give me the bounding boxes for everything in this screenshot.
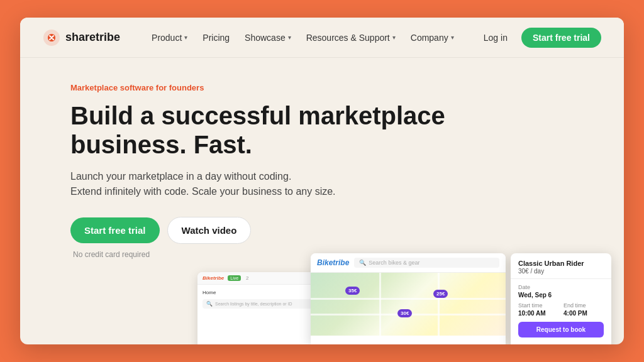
- logo-text: sharetribe: [65, 31, 120, 44]
- logo[interactable]: sharetribe: [43, 29, 120, 47]
- booking-price: 30€ / day: [518, 268, 604, 275]
- market-map: 35€ 25€ 30€: [311, 273, 506, 336]
- admin-search[interactable]: 🔍 Search listings by title, description …: [203, 299, 318, 309]
- booking-times: Start time 10:00 AM End time 4:00 PM: [518, 302, 604, 317]
- map-background: 35€ 25€ 30€: [311, 273, 506, 336]
- sharetribe-logo-icon: [43, 29, 60, 47]
- booking-start-label: Start time: [518, 302, 558, 309]
- nav-item-product[interactable]: Product ▾: [145, 29, 194, 47]
- admin-live-badge: Live: [228, 275, 241, 281]
- admin-screenshot: Biketribe Live 2 Home 🔍 Search listings …: [197, 272, 323, 344]
- admin-body: Home 🔍 Search listings by title, descrip…: [197, 285, 323, 312]
- admin-header: Biketribe Live 2: [197, 272, 323, 285]
- login-button[interactable]: Log in: [477, 29, 514, 47]
- market-header: Biketribe 🔍 Search bikes & gear: [311, 253, 506, 273]
- screenshots-container: Biketribe Live 2 Home 🔍 Search listings …: [197, 253, 611, 344]
- booking-end-value: 4:00 PM: [564, 310, 604, 317]
- map-road: [311, 298, 506, 300]
- search-icon: 🔍: [206, 301, 213, 307]
- admin-search-placeholder: Search listings by title, description or…: [215, 302, 292, 306]
- map-price-pin: 25€: [433, 290, 448, 298]
- chevron-down-icon: ▾: [288, 34, 291, 41]
- search-icon: 🔍: [359, 260, 366, 266]
- admin-menu-home: Home: [203, 288, 318, 297]
- map-road: [379, 273, 381, 336]
- map-price-pin: 35€: [345, 287, 360, 295]
- hero-buttons: Start free trial Watch video: [70, 217, 574, 244]
- nav-item-showcase[interactable]: Showcase ▾: [238, 29, 297, 47]
- booking-body: Date Wed, Sep 6 Start time 10:00 AM End …: [511, 279, 611, 343]
- booking-header: Classic Urban Rider 30€ / day: [511, 253, 611, 279]
- hero-title: Build a successful marketplace business.…: [70, 101, 460, 159]
- chevron-down-icon: ▾: [184, 34, 187, 41]
- navbar: sharetribe Product ▾ Pricing Showcase ▾ …: [20, 18, 624, 58]
- hero-start-trial-button[interactable]: Start free trial: [70, 217, 160, 243]
- request-to-book-button[interactable]: Request to book: [518, 322, 604, 337]
- chevron-down-icon: ▾: [392, 34, 396, 41]
- nav-actions: Log in Start free trial: [477, 28, 601, 48]
- booking-start-group: Start time 10:00 AM: [518, 302, 558, 317]
- watch-video-button[interactable]: Watch video: [167, 217, 252, 244]
- admin-logo: Biketribe: [203, 275, 224, 281]
- hero-section: Marketplace software for founders Build …: [20, 58, 624, 344]
- booking-date-label: Date: [518, 284, 604, 290]
- booking-end-group: End time 4:00 PM: [564, 302, 604, 317]
- hero-subtitle: Launch your marketplace in a day without…: [70, 169, 385, 199]
- nav-item-pricing[interactable]: Pricing: [196, 29, 236, 47]
- booking-date-value: Wed, Sep 6: [518, 292, 604, 299]
- nav-links: Product ▾ Pricing Showcase ▾ Resources &…: [145, 29, 477, 47]
- market-search-placeholder: Search bikes & gear: [369, 260, 419, 266]
- admin-badge-count: 2: [246, 275, 248, 281]
- booking-start-value: 10:00 AM: [518, 310, 558, 317]
- hero-tag: Marketplace software for founders: [70, 83, 574, 92]
- nav-item-company[interactable]: Company ▾: [404, 29, 460, 47]
- booking-title: Classic Urban Rider: [518, 260, 604, 267]
- booking-screenshot: Classic Urban Rider 30€ / day Date Wed, …: [511, 253, 611, 344]
- chevron-down-icon: ▾: [451, 34, 454, 41]
- map-price-pin: 30€: [397, 309, 412, 317]
- start-free-trial-button[interactable]: Start free trial: [521, 28, 601, 48]
- market-logo: Biketribe: [317, 258, 349, 267]
- map-road: [438, 273, 440, 336]
- marketplace-screenshot: Biketribe 🔍 Search bikes & gear 35€ 25€: [311, 253, 506, 344]
- market-search[interactable]: 🔍 Search bikes & gear: [354, 258, 499, 268]
- booking-end-label: End time: [564, 302, 604, 309]
- nav-item-resources[interactable]: Resources & Support ▾: [300, 29, 402, 47]
- browser-window: sharetribe Product ▾ Pricing Showcase ▾ …: [20, 18, 624, 344]
